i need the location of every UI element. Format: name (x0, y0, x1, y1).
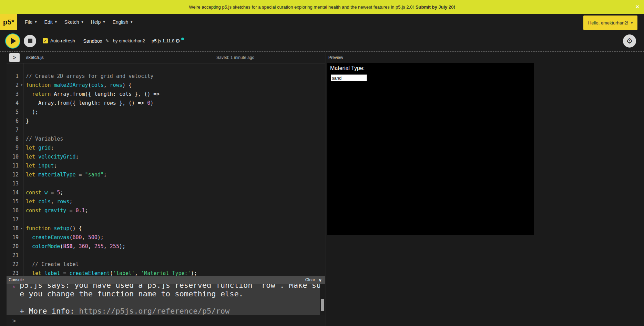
code-text: let velocityGrid; (23, 152, 79, 161)
code-text: const w = 5; (23, 188, 63, 197)
code-token (35, 172, 38, 178)
code-text: ); (23, 108, 38, 116)
code-line[interactable]: 15let cols, rows; (7, 197, 325, 206)
code-text: function make2DArray(cols, rows) { (23, 81, 132, 90)
code-line[interactable]: 5 ); (7, 108, 325, 116)
preferences-button[interactable]: ⚙ (623, 34, 636, 48)
code-token (41, 270, 44, 276)
console-input-row[interactable]: > (7, 315, 325, 326)
code-line[interactable]: 10let velocityGrid; (7, 152, 325, 161)
announcement-banner: We're accepting p5.js sketches for a spe… (0, 0, 644, 14)
line-number: 5 (7, 108, 23, 116)
material-type-input[interactable] (331, 74, 367, 81)
console-text: p5.js says: you have used a p5.js reserv… (20, 284, 325, 289)
code-text (23, 125, 26, 134)
code-text: let materialType = "sand"; (23, 170, 107, 179)
code-line[interactable]: 9let grid; (7, 143, 325, 152)
console-scrollbar[interactable] (320, 284, 325, 315)
code-line[interactable]: 14const w = 5; (7, 188, 325, 197)
code-line[interactable]: 22 // Create label (7, 260, 325, 269)
code-token: , (82, 234, 88, 241)
code-token (51, 82, 54, 88)
sketch-canvas[interactable]: Material Type: (327, 63, 534, 235)
code-token: input (38, 163, 54, 169)
menu-help[interactable]: Help ▾ (91, 19, 105, 25)
console-clear-button[interactable]: Clear (305, 277, 315, 282)
code-token (26, 91, 32, 97)
fold-arrow-icon[interactable]: ▼ (21, 81, 22, 90)
code-text: Array.from({ length: rows }, () => 0) (23, 99, 153, 108)
code-token: "sand" (85, 172, 104, 178)
code-text: let label = createElement('label', 'Mate… (23, 269, 197, 276)
code-line[interactable]: 2▼function make2DArray(cols, rows) { (7, 81, 325, 90)
code-line[interactable]: 1// Create 2D arrays for grid and veloci… (7, 72, 325, 81)
code-line[interactable]: 20 colorMode(HSB, 360, 255, 255); (7, 242, 325, 251)
line-number: 17 (7, 215, 23, 224)
code-token: , (104, 82, 110, 88)
close-icon[interactable]: × (636, 0, 639, 14)
console-message: e you change the function name to someth… (20, 289, 320, 298)
line-number: 19 (7, 233, 23, 242)
menu-file[interactable]: File ▾ (25, 19, 37, 25)
gutter-divider (23, 63, 23, 276)
code-text: // Create 2D arrays for grid and velocit… (23, 72, 153, 81)
code-text: function setup() { (23, 224, 82, 233)
code-editor[interactable]: 1// Create 2D arrays for grid and veloci… (7, 63, 325, 276)
code-token (26, 243, 32, 249)
console-output: ✳p5.js says: you have used a p5.js reser… (7, 284, 325, 315)
tab-sketch-js[interactable]: sketch.js (26, 52, 44, 63)
play-icon (11, 38, 16, 44)
code-line[interactable]: 18▼function setup() { (7, 224, 325, 233)
toolbar: ✓ Auto-refresh Sandbox ✎ by emekturhan2 … (0, 30, 644, 52)
menu-edit[interactable]: Edit ▾ (44, 19, 57, 25)
code-token: 'Material Type:' (141, 270, 191, 276)
code-line[interactable]: 23 let label = createElement('label', 'M… (7, 269, 325, 276)
menu-sketch[interactable]: Sketch ▾ (64, 19, 83, 25)
chevron-down-icon: ▾ (82, 20, 83, 24)
code-line[interactable]: 8// Variables (7, 134, 325, 143)
code-token: ; (51, 145, 54, 151)
account-dropdown-button[interactable]: Hello, emekturhan2! ▾ (583, 16, 637, 30)
code-line[interactable]: 16const gravity = 0.1; (7, 206, 325, 215)
code-token: const (26, 207, 41, 214)
gear-icon[interactable]: ⚙ (175, 38, 180, 43)
code-line[interactable]: 6} (7, 116, 325, 125)
code-line[interactable]: 19 createCanvas(600, 500); (7, 233, 325, 242)
code-line[interactable]: 17 (7, 215, 325, 224)
code-line[interactable]: 4 Array.from({ length: rows }, () => 0) (7, 99, 325, 108)
code-token: materialType (38, 172, 75, 178)
code-token: , (104, 243, 110, 249)
stop-button[interactable] (24, 35, 36, 47)
auto-refresh-control: ✓ Auto-refresh (43, 38, 75, 43)
code-line[interactable]: 3 return Array.from({ length: cols }, ()… (7, 90, 325, 99)
console-collapse-icon[interactable]: ∨ (318, 278, 322, 282)
code-line[interactable]: 12let materialType = "sand"; (7, 170, 325, 179)
menu-language[interactable]: English ▾ (112, 19, 132, 25)
edit-pencil-icon[interactable]: ✎ (105, 38, 109, 43)
console-link[interactable]: https://p5js.org/reference/p5/row (79, 307, 229, 315)
code-line[interactable]: 13 (7, 179, 325, 188)
p5-logo[interactable]: p5* (0, 14, 17, 30)
console-scrollbar-thumb[interactable] (321, 299, 324, 311)
code-line[interactable]: 21 (7, 251, 325, 260)
code-line[interactable]: 11let input; (7, 161, 325, 170)
line-number: 14 (7, 188, 23, 197)
console-message (20, 298, 320, 307)
auto-refresh-checkbox[interactable]: ✓ (43, 38, 48, 43)
code-line[interactable]: 7 (7, 125, 325, 134)
code-token: let (26, 172, 35, 178)
code-token: createElement (69, 270, 110, 276)
fold-arrow-icon[interactable]: ▼ (21, 224, 22, 233)
line-number: 10 (7, 152, 23, 161)
line-number: 16 (7, 206, 23, 215)
play-button[interactable] (5, 33, 20, 49)
code-token: Array.from({ length: cols }, () => (51, 91, 160, 97)
code-text (23, 179, 26, 188)
code-token: = (48, 190, 57, 196)
pane-resize-handle[interactable] (326, 52, 326, 326)
code-token (41, 190, 44, 196)
sidebar-expand-button[interactable]: > (9, 53, 20, 62)
code-token: ); (26, 109, 38, 115)
banner-cta[interactable]: Submit by July 20! (416, 4, 455, 10)
line-number: 20 (7, 242, 23, 251)
